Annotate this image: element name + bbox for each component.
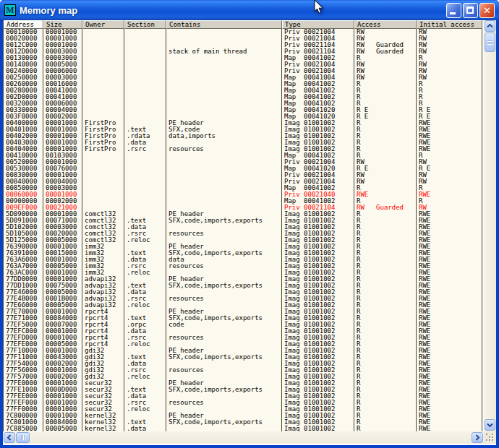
maximize-button[interactable] <box>463 3 478 18</box>
table-row[interactable]: 5D09100000071000comctl32.textSFX,code,im… <box>4 217 484 224</box>
table-row[interactable]: 0090000000002000Map 00041002RR <box>4 198 484 204</box>
minimize-button[interactable] <box>446 3 461 18</box>
table-row[interactable]: 0012C00000001000Priv 00021104RW GuardedR… <box>4 42 484 48</box>
table-row[interactable]: 77FE000000001000secur32PE headerImag 010… <box>4 380 484 387</box>
table-row[interactable]: 0013000000003000Map 00041002RR <box>4 55 484 61</box>
column-header-contains[interactable]: Contains <box>166 20 282 29</box>
table-row[interactable]: 77FEF00000001000secur32.rsrcresourcesIma… <box>4 400 484 406</box>
table-row[interactable]: 77EFC00000001000rpcrt4.dataImag 01001002… <box>4 328 484 335</box>
column-header-type[interactable]: Type <box>282 20 354 29</box>
table-row[interactable]: 7639100000015000imm32.textSFX,code,impor… <box>4 250 484 257</box>
table-row[interactable]: 0041000000103000Map 00041002RR <box>4 152 484 159</box>
column-header-size[interactable]: Size <box>43 20 82 29</box>
table-row[interactable]: 77FE10000000D000secur32.textSFX,code,imp… <box>4 387 484 393</box>
table-row[interactable]: 77F5600000001000gdi32.rsrcresourcesImag … <box>4 367 484 374</box>
table-row[interactable]: 5D12500000005000comctl32.relocImag 01001… <box>4 237 484 244</box>
table-row[interactable]: 0040300000001000FirstPro.dataImag 010010… <box>4 139 484 146</box>
table-row[interactable]: 0083000000001000Priv 00021004RWRW <box>4 172 484 178</box>
cell-address: 00330000 <box>4 107 43 113</box>
close-button[interactable]: ✕ <box>479 3 495 18</box>
table-row[interactable]: 7639000000001000imm32PE headerImag 01001… <box>4 244 484 250</box>
table-row[interactable]: 0053000000076000Map 00041020R ER E <box>4 165 484 172</box>
cell-access: R <box>354 250 417 257</box>
table-row[interactable]: 763AC00000001000imm32.relocImag 01001002… <box>4 270 484 276</box>
scroll-left-button[interactable] <box>4 432 15 443</box>
cell-contains: code <box>166 322 282 328</box>
table-row[interactable]: 763A700000005000imm32.rsrcresourcesImag … <box>4 263 484 270</box>
cell-section: .data <box>124 328 166 335</box>
horizontal-scroll-thumb[interactable] <box>16 432 30 443</box>
table-row[interactable]: 77F5700000002000gdi32.relocImag 01001002… <box>4 374 484 380</box>
table-row[interactable]: 763A600000001000imm32.datadataImag 01001… <box>4 257 484 263</box>
table-row[interactable]: 0025000000003000Map 00041004RWRW <box>4 74 484 81</box>
table-row[interactable]: 0014000000005000Priv 00021004RWRW <box>4 61 484 68</box>
table-row[interactable]: 0012D00000003000stack of main threadPriv… <box>4 48 484 55</box>
cell-type: Imag 01001002 <box>282 289 354 296</box>
table-row[interactable]: 77EFD00000001000rpcrt4.rsrcresourcesImag… <box>4 335 484 341</box>
table-row[interactable]: 0084000000004000Priv 00021004RWRW <box>4 178 484 185</box>
horizontal-scrollbar[interactable] <box>3 431 484 444</box>
scroll-up-button[interactable] <box>485 20 495 32</box>
column-header-address[interactable]: Address <box>4 20 43 29</box>
table-row[interactable]: 0040000000001000FirstProPE headerImag 01… <box>4 120 484 126</box>
column-header-owner[interactable]: Owner <box>82 20 124 29</box>
column-header-access[interactable]: Access <box>354 20 417 29</box>
cell-contains <box>166 374 282 380</box>
vertical-scrollbar[interactable] <box>484 20 496 431</box>
table-row[interactable]: 77EFE00000005000rpcrt4.relocImag 0100100… <box>4 341 484 348</box>
table-row[interactable]: 5D10200000003000comctl32.dataImag 010010… <box>4 224 484 231</box>
table-row[interactable]: 003F000000002000Map 00041020R ER E <box>4 113 484 120</box>
table-row[interactable]: 77E4B0000001B000advapi32.rsrcresourcesIm… <box>4 296 484 302</box>
ollydbg-app-icon[interactable]: M <box>4 4 16 16</box>
table-row[interactable]: 77E7100000084000rpcrt4.textSFX,code,impo… <box>4 315 484 322</box>
table-row[interactable]: 7C80100000084000kernel32.textSFX,code,im… <box>4 419 484 426</box>
cell-address: 5D091000 <box>4 217 43 224</box>
table-row[interactable]: 002D000000041000Map 00041002RR <box>4 94 484 100</box>
table-row[interactable]: 0002000000001000Priv 00021004RWRW <box>4 35 484 42</box>
column-header-initial-access[interactable]: Initial access <box>417 20 482 29</box>
table-row[interactable]: 0086000000001000Priv 00021040RWERWE <box>4 191 484 198</box>
cell-initial-access: RWE <box>417 296 482 302</box>
table-row[interactable]: 77E4600000005000advapi32.dataImag 010010… <box>4 289 484 296</box>
table-row[interactable]: 5D10500000020000comctl32.rsrcresourcesIm… <box>4 231 484 237</box>
table-row[interactable]: 0040400000001000FirstPro.rsrcresourcesIm… <box>4 146 484 152</box>
table-row[interactable]: 5D09000000001000comctl32PE headerImag 01… <box>4 211 484 217</box>
table-row[interactable]: 009EF00000021000Priv 00021104RW GuardedR… <box>4 204 484 211</box>
table-row[interactable]: 77F5400000002000gdi32.dataImag 01001002R… <box>4 361 484 367</box>
table-row[interactable]: 0085000000003000Map 00041002RR <box>4 185 484 191</box>
cell-type: Map 00041002 <box>282 81 354 87</box>
table-row[interactable]: 7C80000000001000kernel32PE headerImag 01… <box>4 413 484 419</box>
cell-type: Imag 01001002 <box>282 426 354 431</box>
cell-type: Imag 01001002 <box>282 126 354 133</box>
table-row[interactable]: 0028000000041000Map 00041002RR <box>4 87 484 94</box>
table-row[interactable]: 0040100000001000FirstPro.textSFX,codeIma… <box>4 126 484 133</box>
table-row[interactable]: 0026000000016000Map 00041002RR <box>4 81 484 87</box>
cell-contains: resources <box>166 146 282 152</box>
resize-grip[interactable] <box>484 431 496 444</box>
table-row[interactable]: 77EF500000007000rpcrt4.orpccodeImag 0100… <box>4 322 484 328</box>
table-row[interactable]: 77F1000000001000gdi32PE headerImag 01001… <box>4 348 484 354</box>
cell-owner <box>82 152 124 159</box>
titlebar[interactable]: M Memory map ✕ <box>0 0 499 20</box>
table-row[interactable]: 77FF000000001000secur32.relocImag 010010… <box>4 406 484 413</box>
cell-type: Imag 01001002 <box>282 406 354 413</box>
table-row[interactable]: 77E7000000001000rpcrt4PE headerImag 0100… <box>4 309 484 315</box>
table-row[interactable]: 7C88500000005000kernel32.dataImag 010010… <box>4 426 484 431</box>
cell-access: R <box>354 296 417 302</box>
scroll-right-button[interactable] <box>472 432 483 443</box>
table-row[interactable]: 0032000000006000Map 00041002RR <box>4 100 484 107</box>
table-row[interactable]: 77DD100000075000advapi32.textSFX,code,im… <box>4 283 484 289</box>
vertical-scroll-thumb[interactable] <box>485 33 495 52</box>
table-row[interactable]: 77F1100000043000gdi32.textSFX,code,impor… <box>4 354 484 361</box>
table-row[interactable]: 0052000000001000Priv 00021004RWRW <box>4 159 484 165</box>
table-row[interactable]: 77DD000000001000advapi32PE headerImag 01… <box>4 276 484 283</box>
table-row[interactable]: 0033000000004000Map 00041020R ER E <box>4 107 484 113</box>
table-row[interactable]: 77FEE00000001000secur32.dataImag 0100100… <box>4 393 484 400</box>
close-icon: ✕ <box>480 4 494 17</box>
scroll-down-button[interactable] <box>485 419 495 431</box>
table-row[interactable]: 0040200000001000FirstPro.rdatadata,impor… <box>4 133 484 139</box>
table-row[interactable]: 0024000000006000Priv 00021004RWRW <box>4 68 484 74</box>
table-row[interactable]: 0001000000001000Priv 00021004RWRW <box>4 29 484 35</box>
column-header-section[interactable]: Section <box>124 20 166 29</box>
table-row[interactable]: 77E6600000005000advapi32.relocImag 01001… <box>4 302 484 309</box>
